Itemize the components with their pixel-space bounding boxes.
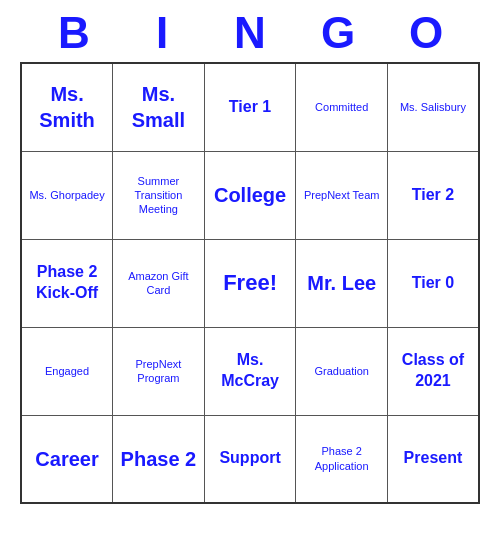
cell-r1-c3: PrepNext Team [296, 151, 387, 239]
cell-r1-c4: Tier 2 [387, 151, 479, 239]
letter-g: G [294, 8, 382, 58]
cell-r0-c2: Tier 1 [204, 63, 296, 151]
cell-r1-c0: Ms. Ghorpadey [21, 151, 113, 239]
cell-r4-c0: Career [21, 415, 113, 503]
cell-r2-c4: Tier 0 [387, 239, 479, 327]
cell-r4-c4: Present [387, 415, 479, 503]
cell-r0-c1: Ms. Small [113, 63, 205, 151]
bingo-header: B I N G O [0, 0, 500, 62]
cell-r3-c3: Graduation [296, 327, 387, 415]
cell-r1-c1: Summer Transition Meeting [113, 151, 205, 239]
letter-n: N [206, 8, 294, 58]
cell-r2-c2: Free! [204, 239, 296, 327]
cell-r0-c4: Ms. Salisbury [387, 63, 479, 151]
letter-b: B [30, 8, 118, 58]
cell-r4-c3: Phase 2 Application [296, 415, 387, 503]
letter-i: I [118, 8, 206, 58]
cell-r4-c2: Support [204, 415, 296, 503]
cell-r2-c1: Amazon Gift Card [113, 239, 205, 327]
cell-r0-c0: Ms. Smith [21, 63, 113, 151]
cell-r3-c4: Class of 2021 [387, 327, 479, 415]
cell-r0-c3: Committed [296, 63, 387, 151]
cell-r2-c3: Mr. Lee [296, 239, 387, 327]
cell-r1-c2: College [204, 151, 296, 239]
cell-r3-c2: Ms. McCray [204, 327, 296, 415]
cell-r4-c1: Phase 2 [113, 415, 205, 503]
bingo-grid: Ms. SmithMs. SmallTier 1CommittedMs. Sal… [20, 62, 480, 504]
cell-r3-c0: Engaged [21, 327, 113, 415]
letter-o: O [382, 8, 470, 58]
cell-r3-c1: PrepNext Program [113, 327, 205, 415]
cell-r2-c0: Phase 2 Kick-Off [21, 239, 113, 327]
